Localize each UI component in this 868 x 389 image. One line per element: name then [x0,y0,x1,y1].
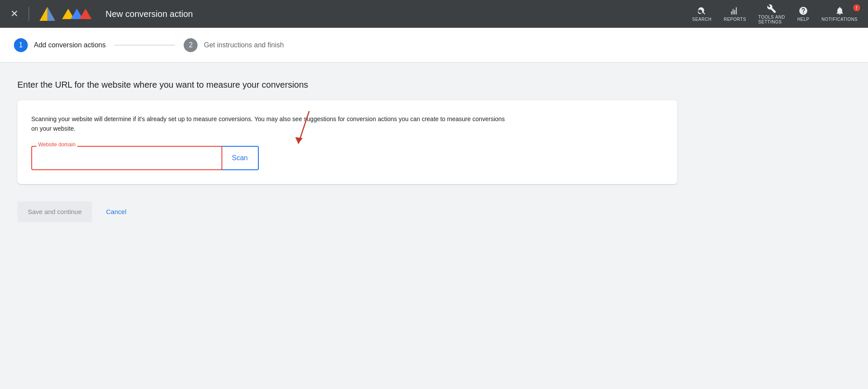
step-2: 2 Get instructions and finish [184,38,284,52]
scan-button[interactable]: Scan [221,146,259,170]
page-title: New conversion action [106,9,193,19]
tools-nav-button[interactable]: TOOLS AND SETTINGS [758,4,785,24]
notifications-badge: ! [853,4,860,11]
reports-nav-label: REPORTS [724,17,746,22]
header-right: SEARCH REPORTS TOOLS AND SETTINGS HELP !… [692,4,858,24]
step-1: 1 Add conversion actions [14,38,106,52]
reports-icon [730,6,739,16]
app-header: ✕ New conversion action SEAR [0,0,868,28]
svg-marker-3 [36,11,44,20]
step-1-circle: 1 [14,38,28,52]
search-icon [697,6,706,16]
help-icon [799,6,808,16]
main-content: Enter the URL for the website where you … [0,63,695,240]
step-2-circle: 2 [184,38,198,52]
reports-nav-button[interactable]: REPORTS [724,6,746,22]
website-domain-label: Website domain [36,142,77,148]
google-ads-logo [40,7,55,21]
notifications-icon [835,6,845,16]
help-nav-button[interactable]: HELP [797,6,809,22]
tools-icon [767,4,776,13]
card-description: Scanning your website will determine if … [31,114,509,134]
logo-red-triangle [79,9,92,19]
scan-button-label: Scan [232,154,248,162]
actions-row: Save and continue Cancel [17,201,677,222]
cancel-button[interactable]: Cancel [102,208,130,215]
tools-nav-label: TOOLS AND SETTINGS [758,15,785,24]
search-nav-label: SEARCH [692,17,712,22]
step-connector [114,45,175,46]
notifications-nav-label: NOTIFICATIONS [822,17,858,22]
step-1-label: Add conversion actions [34,41,106,49]
stepper: 1 Add conversion actions 2 Get instructi… [0,28,868,63]
save-and-continue-button[interactable]: Save and continue [17,201,92,222]
website-domain-field-wrapper: Website domain [31,146,222,170]
notifications-nav-button[interactable]: ! NOTIFICATIONS [822,6,858,22]
svg-marker-5 [295,137,303,144]
url-card: Scanning your website will determine if … [17,100,677,184]
logo-triangles-group [62,9,92,19]
step-2-label: Get instructions and finish [204,41,284,49]
header-divider [29,7,29,21]
search-nav-button[interactable]: SEARCH [692,6,712,22]
input-row: Website domain Scan [31,146,663,170]
website-domain-input[interactable] [31,146,222,170]
help-nav-label: HELP [797,17,809,22]
logo-triangles [31,7,49,20]
page-heading: Enter the URL for the website where you … [17,80,677,90]
header-left: ✕ New conversion action [10,7,193,21]
close-button[interactable]: ✕ [10,9,18,19]
